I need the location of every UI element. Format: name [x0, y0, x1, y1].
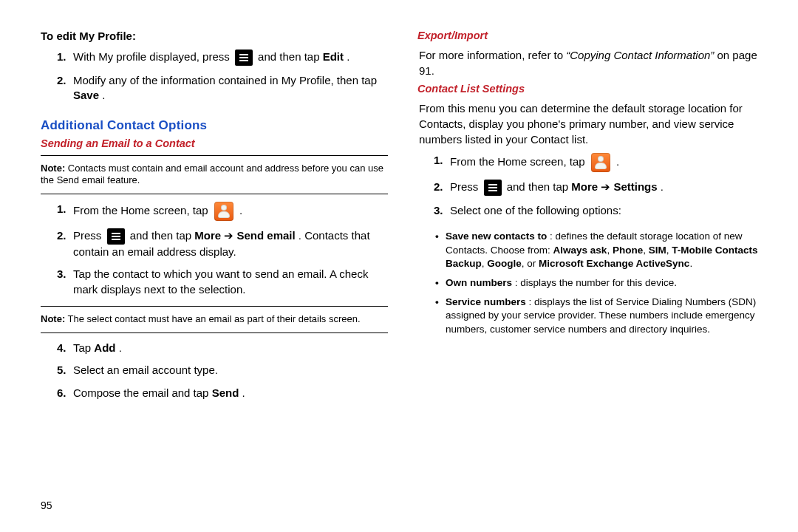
- edit-profile-heading: To edit My Profile:: [41, 30, 388, 42]
- page-number: 95: [41, 499, 52, 511]
- paragraph: For more information, refer to “Copying …: [417, 47, 765, 78]
- step-number: 2.: [57, 73, 73, 103]
- step-number: 1.: [57, 202, 73, 221]
- text: ,: [643, 245, 649, 256]
- bold-text: Save: [73, 89, 99, 101]
- note-label: Note:: [41, 163, 65, 174]
- bold-text: SIM: [649, 245, 666, 256]
- bold-text: Phone: [613, 245, 643, 256]
- step-body: Modify any of the information contained …: [73, 73, 388, 103]
- text: From the Home screen, tap: [450, 155, 588, 168]
- text: .: [119, 341, 122, 354]
- menu-icon: [484, 180, 502, 196]
- text: .: [661, 180, 664, 193]
- text: Press: [450, 180, 482, 193]
- bullet-body: Save new contacts to : defines the defau…: [446, 230, 765, 270]
- note-text: The select contact must have an email as…: [68, 313, 361, 324]
- text: .: [616, 155, 619, 168]
- bullet-icon: •: [435, 230, 446, 270]
- list-item: • Save new contacts to : defines the def…: [417, 227, 765, 273]
- text: .: [242, 386, 245, 399]
- text: and then tap: [258, 50, 323, 63]
- divider: [41, 306, 388, 307]
- manual-page: To edit My Profile: 1. With My profile d…: [0, 0, 798, 532]
- list-item: 2. Press and then tap More ➔ Settings .: [417, 177, 765, 200]
- note-box: Note: The select contact must have an em…: [41, 311, 388, 328]
- step-body: Select one of the following options:: [450, 203, 765, 218]
- subsection-heading: Export/Import: [417, 30, 765, 41]
- text: Press: [73, 229, 105, 242]
- text: Compose the email and tap: [73, 386, 212, 399]
- step-body: With My profile displayed, press and the…: [73, 50, 388, 66]
- bold-text: Service numbers: [446, 296, 526, 307]
- step-number: 2.: [434, 180, 450, 196]
- send-email-steps: 1. From the Home screen, tap . 2. Press …: [41, 199, 388, 301]
- step-body: From the Home screen, tap .: [450, 153, 765, 172]
- bold-text: Send email: [236, 229, 295, 242]
- list-item: 2. Modify any of the information contain…: [41, 70, 388, 108]
- step-number: 4.: [57, 341, 73, 355]
- step-number: 6.: [57, 386, 73, 400]
- list-item: 3. Tap the contact to which you want to …: [41, 264, 388, 301]
- step-number: 2.: [57, 228, 73, 259]
- step-number: 1.: [434, 153, 450, 172]
- contacts-app-icon: [214, 202, 233, 221]
- divider: [41, 194, 388, 194]
- bullet-icon: •: [435, 276, 446, 290]
- options-bullets: • Save new contacts to : defines the def…: [417, 227, 765, 339]
- list-item: • Own numbers : displays the number for …: [417, 273, 765, 293]
- bold-text: More: [194, 229, 221, 242]
- list-item: 6. Compose the email and tap Send .: [41, 383, 388, 405]
- step-body: Press and then tap More ➔ Settings .: [450, 180, 765, 196]
- list-item: 1. From the Home screen, tap .: [41, 199, 388, 225]
- bullet-body: Service numbers : displays the list of S…: [446, 296, 765, 336]
- step-body: Press and then tap More ➔ Send email . C…: [73, 228, 388, 259]
- text: From the Home screen, tap: [73, 204, 211, 216]
- bold-text: Add: [94, 341, 115, 354]
- bullet-body: Own numbers : displays the number for th…: [446, 276, 677, 290]
- bold-text: Microsoft Exchange ActiveSync: [539, 258, 689, 269]
- list-item: 3. Select one of the following options:: [417, 200, 765, 222]
- menu-icon: [235, 50, 253, 66]
- list-item: 1. With My profile displayed, press and …: [41, 47, 388, 70]
- text: Tap: [73, 341, 94, 354]
- bold-text: Send: [212, 386, 239, 399]
- text: .: [689, 258, 692, 269]
- list-item: • Service numbers : displays the list of…: [417, 293, 765, 339]
- italic-reference: “Copying Contact Information”: [566, 49, 714, 61]
- list-item: 1. From the Home screen, tap .: [417, 150, 765, 177]
- section-heading: Additional Contact Options: [41, 118, 388, 133]
- right-column: Export/Import For more information, refe…: [417, 30, 765, 517]
- send-email-steps-continued: 4. Tap Add . 5. Select an email account …: [41, 338, 388, 405]
- text: For more information, refer to: [419, 49, 566, 61]
- bold-text: Edit: [323, 50, 344, 63]
- list-item: 5. Select an email account type.: [41, 360, 388, 382]
- text: and then tap: [130, 229, 195, 242]
- arrow: ➔: [224, 229, 236, 242]
- note-label: Note:: [41, 313, 65, 324]
- contacts-app-icon: [591, 153, 610, 172]
- edit-profile-steps: 1. With My profile displayed, press and …: [41, 47, 388, 108]
- divider: [41, 155, 388, 156]
- text: ,: [607, 245, 613, 256]
- bold-text: Settings: [613, 180, 657, 193]
- step-body: Select an email account type.: [73, 363, 388, 378]
- bold-text: Google: [487, 258, 522, 269]
- text: , or: [522, 258, 539, 269]
- list-item: 2. Press and then tap More ➔ Send email …: [41, 225, 388, 264]
- step-number: 3.: [57, 267, 73, 297]
- step-body: Tap Add .: [73, 341, 388, 355]
- subsection-heading: Sending an Email to a Contact: [41, 137, 388, 149]
- text: With My profile displayed, press: [73, 50, 233, 63]
- text: Modify any of the information contained …: [73, 74, 377, 86]
- step-number: 3.: [434, 203, 450, 218]
- text: : displays the number for this device.: [515, 277, 677, 288]
- bold-text: More: [571, 180, 598, 193]
- step-number: 5.: [57, 363, 73, 378]
- text: .: [239, 204, 242, 216]
- text: .: [102, 89, 105, 101]
- note-text: Contacts must contain and email account …: [41, 163, 383, 185]
- left-column: To edit My Profile: 1. With My profile d…: [41, 30, 388, 517]
- divider: [41, 332, 388, 333]
- note-box: Note: Contacts must contain and email ac…: [41, 160, 388, 190]
